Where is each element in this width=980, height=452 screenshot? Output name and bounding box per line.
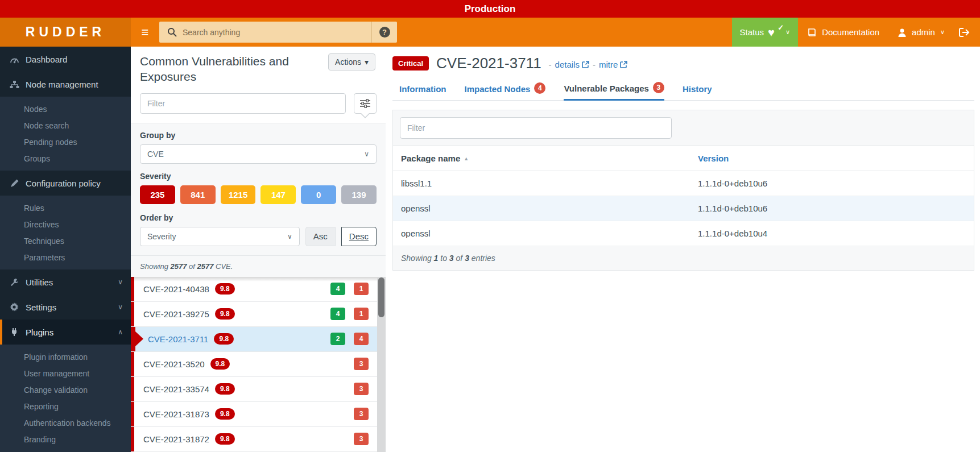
column-header-version[interactable]: Version <box>698 146 974 171</box>
vulnerable-packages-badge: 1 <box>354 308 369 320</box>
severity-count-na[interactable]: 139 <box>341 185 377 204</box>
book-icon <box>807 28 817 37</box>
packages-filter-input[interactable] <box>400 117 672 139</box>
dash-separator: - <box>549 60 552 69</box>
global-search: ? <box>159 22 397 43</box>
cvss-score-badge: 9.8 <box>210 358 230 370</box>
tab-history[interactable]: History <box>683 82 712 100</box>
sidebar-item-plugins[interactable]: Plugins ∧ <box>0 320 131 345</box>
tab-vulnerable-packages[interactable]: Vulnerable Packages 3 <box>564 82 664 101</box>
impacted-nodes-badge: 4 <box>330 308 345 320</box>
package-name-cell: openssl <box>393 221 698 246</box>
chevron-down-icon: ∨ <box>364 150 369 158</box>
external-link-icon <box>582 61 589 68</box>
chevron-down-icon: ∨ <box>940 28 945 36</box>
gear-icon <box>9 302 19 312</box>
sidebar-item-node-search[interactable]: Node search <box>0 117 131 134</box>
vulnerable-packages-badge: 4 <box>354 333 369 345</box>
search-help-button[interactable]: ? <box>372 27 397 38</box>
scrollbar-thumb[interactable] <box>378 277 384 317</box>
list-item[interactable]: CVE-2021-3520 9.8 3 <box>131 352 386 377</box>
vulnerable-packages-badge: 3 <box>354 383 369 395</box>
sidebar-item-user-management[interactable]: User management <box>0 365 131 381</box>
list-item[interactable]: CVE-2021-39275 9.8 4 1 <box>131 302 386 327</box>
sidebar-item-settings[interactable]: Settings ∨ <box>0 295 131 320</box>
details-link[interactable]: details <box>555 60 589 69</box>
cvss-score-badge: 9.8 <box>215 283 235 295</box>
severity-count-info[interactable]: 0 <box>301 185 336 204</box>
signout-icon <box>958 27 970 38</box>
chevron-up-icon: ∧ <box>118 328 123 336</box>
list-item[interactable]: CVE-2021-31873 9.8 3 <box>131 402 386 427</box>
sidebar-item-pending-nodes[interactable]: Pending nodes <box>0 134 131 150</box>
table-row[interactable]: openssl 1.1.1d-0+deb10u6 <box>393 196 974 221</box>
plug-icon <box>9 327 19 337</box>
list-item[interactable]: CVE-2021-33574 9.8 3 <box>131 377 386 402</box>
documentation-link[interactable]: Documentation <box>798 18 888 47</box>
list-item[interactable]: CVE-2021-31872 9.8 3 <box>131 427 386 452</box>
vulnerable-packages-badge: 1 <box>354 283 369 295</box>
column-header-package-name[interactable]: Package name ▲ <box>393 146 698 171</box>
table-row[interactable]: openssl 1.1.1d-0+deb10u4 <box>393 221 974 246</box>
node-management-submenu: Nodes Node search Pending nodes Groups <box>0 97 131 171</box>
sidebar-item-techniques[interactable]: Techniques <box>0 233 131 249</box>
cvss-score-badge: 9.8 <box>215 408 235 420</box>
sidebar-item-directives[interactable]: Directives <box>0 216 131 233</box>
search-input[interactable] <box>183 28 371 37</box>
severity-count-high[interactable]: 841 <box>180 185 216 204</box>
severity-count-medium[interactable]: 1215 <box>221 185 256 204</box>
severity-count-critical[interactable]: 235 <box>140 185 175 204</box>
mitre-link[interactable]: mitre <box>599 60 627 69</box>
dash-separator: - <box>593 60 596 69</box>
external-link-icon <box>620 61 627 68</box>
sidebar-item-rules[interactable]: Rules <box>0 200 131 216</box>
sidebar-item-utilities[interactable]: Utilities ∨ <box>0 269 131 295</box>
cve-filter-input[interactable] <box>140 93 346 114</box>
sidebar-item-cve-assessment[interactable]: → CVE Assessment <box>0 447 131 452</box>
signout-button[interactable] <box>954 18 980 47</box>
sidebar-item-nodes[interactable]: Nodes <box>0 101 131 117</box>
sidebar-item-plugin-information[interactable]: Plugin information <box>0 349 131 365</box>
sidebar-item-branding[interactable]: Branding <box>0 431 131 447</box>
username-label: admin <box>912 27 935 37</box>
user-menu[interactable]: admin ∨ <box>888 18 954 47</box>
filter-settings-button[interactable] <box>354 93 377 114</box>
sidebar-item-parameters[interactable]: Parameters <box>0 249 131 266</box>
impacted-nodes-badge: 2 <box>330 333 345 345</box>
sidebar-item-node-management[interactable]: Node management <box>0 72 131 97</box>
order-by-select[interactable]: Severity ∨ <box>140 227 300 246</box>
sidebar-item-groups[interactable]: Groups <box>0 150 131 167</box>
logo-area[interactable]: RUDDER <box>0 18 131 47</box>
heartbeat-icon: ♥ ✓ <box>768 26 781 39</box>
sort-asc-icon: ▲ <box>464 156 469 161</box>
actions-button[interactable]: Actions ▾ <box>328 53 375 71</box>
list-item-selected[interactable]: CVE-2021-3711 9.8 2 4 <box>131 327 386 352</box>
group-by-select[interactable]: CVE ∨ <box>140 144 377 164</box>
list-scrollbar[interactable] <box>377 277 386 452</box>
user-icon <box>898 28 907 37</box>
sidebar-item-reporting[interactable]: Reporting <box>0 398 131 414</box>
vulnerable-packages-count-badge: 3 <box>653 82 664 93</box>
sitemap-icon <box>9 80 19 89</box>
gauge-icon <box>9 55 19 64</box>
sidebar-item-change-validation[interactable]: Change validation <box>0 381 131 398</box>
sort-desc-button[interactable]: Desc <box>341 227 377 246</box>
order-by-label: Order by <box>140 213 377 222</box>
wrench-icon <box>9 278 19 287</box>
packages-table-container: Package name ▲ Version libssl1.1 1.1.1d-… <box>392 110 974 271</box>
search-icon <box>167 27 177 37</box>
sidebar-item-authentication-backends[interactable]: Authentication backends <box>0 414 131 431</box>
list-item[interactable]: CVE-2021-40438 9.8 4 1 <box>131 277 386 302</box>
sort-asc-button[interactable]: Asc <box>305 227 336 246</box>
tab-information[interactable]: Information <box>399 82 446 100</box>
severity-count-low[interactable]: 147 <box>260 185 296 204</box>
hamburger-menu-icon[interactable]: ≡ <box>131 18 159 47</box>
sidebar-item-dashboard[interactable]: Dashboard <box>0 47 131 72</box>
tab-impacted-nodes[interactable]: Impacted Nodes 4 <box>465 82 546 100</box>
impacted-nodes-count-badge: 4 <box>534 82 545 94</box>
package-name-cell: libssl1.1 <box>393 171 698 196</box>
status-button[interactable]: Status ♥ ✓ ∨ <box>732 18 799 47</box>
table-row[interactable]: libssl1.1 1.1.1d-0+deb10u6 <box>393 171 974 196</box>
list-controls: Group by CVE ∨ Severity 235 841 1215 147… <box>131 123 386 255</box>
sidebar-item-configuration-policy[interactable]: Configuration policy <box>0 171 131 196</box>
